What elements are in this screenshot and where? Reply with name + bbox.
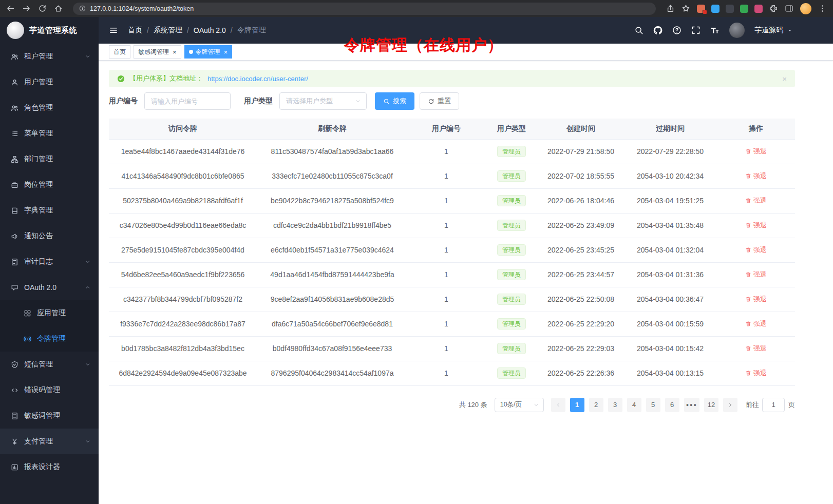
sidebar-item[interactable]: 租户管理 [0,44,99,69]
github-icon[interactable] [653,26,662,35]
page-button[interactable]: 5 [646,398,660,412]
extension-icon-5[interactable] [754,5,763,13]
help-icon[interactable] [672,26,681,35]
alert-close-icon[interactable]: × [782,74,787,83]
sidebar-item[interactable]: 用户管理 [0,69,99,95]
page-button[interactable]: 1 [570,398,584,412]
force-logout-button[interactable]: 强退 [745,245,767,255]
breadcrumb-item[interactable]: OAuth 2.0 [194,26,226,34]
collapse-menu-icon[interactable] [109,26,118,35]
page-size-select[interactable]: 10条/页 [495,398,544,412]
browser-profile-avatar[interactable] [800,3,811,14]
created-at-cell: 2022-06-25 23:49:09 [538,213,623,238]
sidebar-item[interactable]: 短信管理 [0,352,99,377]
page-size-value: 10条/页 [500,400,522,409]
delete-icon [745,247,751,253]
sidebar-item[interactable]: 审计日志 [0,249,99,275]
home-icon[interactable] [54,4,63,13]
user-menu[interactable]: 芋道源码 [754,26,793,35]
bookmark-star-icon[interactable] [681,4,690,13]
access-token-cell: 6d842e2924594de9a09e45e087323abe [109,361,257,385]
extensions-puzzle-icon[interactable] [769,4,778,13]
force-logout-button[interactable]: 强退 [745,295,767,304]
chevron-down-icon [85,361,91,367]
reset-button[interactable]: 重置 [420,92,459,110]
success-check-icon [117,75,125,83]
tab[interactable]: 敏感词管理× [134,45,181,59]
goto-page-input[interactable] [762,398,785,412]
search-icon[interactable] [634,26,643,35]
address-bar[interactable]: 127.0.0.1:1024/system/oauth2/token [73,3,656,15]
reload-icon[interactable] [38,4,47,13]
page-button[interactable]: 2 [589,398,603,412]
page-button[interactable]: 4 [627,398,641,412]
share-icon[interactable] [666,4,675,13]
extension-icon-3[interactable] [726,5,734,13]
prev-page-button[interactable] [551,398,565,412]
page-button[interactable]: 12 [704,398,718,412]
user-type-select[interactable]: 请选择用户类型 [279,92,367,110]
sidebar-item[interactable]: 报表设计器 [0,454,99,480]
extension-icon-2[interactable] [711,5,720,13]
sidebar-item[interactable]: 错误码管理 [0,377,99,403]
tab-close-icon[interactable]: × [224,48,228,56]
sidebar-item[interactable]: 敏感词管理 [0,403,99,429]
next-page-button[interactable] [723,398,737,412]
search-button[interactable]: 搜索 [375,92,414,110]
sidebar-item[interactable]: 部门管理 [0,146,99,172]
submenu-item[interactable]: 应用管理 [0,300,99,326]
user-type-badge: 管理员 [497,269,526,280]
post-icon [11,181,18,189]
force-logout-button[interactable]: 强退 [745,147,767,156]
token-table: 访问令牌刷新令牌用户编号用户类型创建时间过期时间操作 1ea5e44f8bc14… [109,119,795,386]
back-icon[interactable] [6,4,15,13]
force-logout-button[interactable]: 强退 [745,196,767,205]
force-logout-label: 强退 [753,270,767,279]
page-button[interactable]: 6 [665,398,679,412]
force-logout-button[interactable]: 强退 [745,270,767,279]
tab[interactable]: 首页 [109,45,130,59]
role-icon [11,104,18,112]
sidebar-item[interactable]: OAuth 2.0 [0,275,99,300]
sidebar-item-label: 通知公告 [24,231,53,241]
submenu-item[interactable]: 令牌管理 [0,326,99,352]
breadcrumb-item[interactable]: 首页 [128,26,142,35]
sidebar-item[interactable]: 岗位管理 [0,172,99,198]
sidebar-item[interactable]: 菜单管理 [0,121,99,146]
force-logout-button[interactable]: 强退 [745,369,767,378]
user-type-label: 用户类型 [244,96,273,106]
access-token-cell: 502375b8040a469a9b82188afdf6af1f [109,188,257,213]
column-header: 过期时间 [623,119,717,139]
sidebar-item[interactable]: 通知公告 [0,223,99,249]
extension-icon-4[interactable] [740,5,748,13]
extension-icon-1[interactable] [697,5,705,13]
sidebar-item[interactable]: 角色管理 [0,95,99,121]
font-size-icon[interactable] [710,26,720,35]
user-avatar[interactable] [729,23,745,38]
force-logout-button[interactable]: 强退 [745,221,767,230]
user-id-input[interactable] [144,92,231,110]
sensitive-icon [11,412,18,420]
user-id-label: 用户编号 [109,96,138,106]
user-id-cell: 1 [408,213,485,238]
more-pages-button[interactable]: ●●● [684,398,699,412]
site-info-icon[interactable] [79,5,86,12]
tab[interactable]: 令牌管理× [184,45,233,59]
doc-link[interactable]: https://doc.iocoder.cn/user-center/ [207,75,308,83]
sidebar-item[interactable]: 支付管理 [0,429,99,454]
force-logout-button[interactable]: 强退 [745,171,767,181]
fullscreen-icon[interactable] [691,26,701,35]
forward-icon[interactable] [22,4,31,13]
force-logout-button[interactable]: 强退 [745,344,767,353]
refresh-token-cell: 8796295f04064c2983414cc54af1097a [257,361,408,385]
force-logout-button[interactable]: 强退 [745,319,767,328]
page-button[interactable]: 3 [608,398,622,412]
app-logo[interactable]: 芋道管理系统 [0,17,99,44]
browser-menu-dots-icon[interactable] [818,4,827,13]
expires-at-cell: 2054-03-04 01:31:36 [623,262,717,287]
sidebar-item[interactable]: 字典管理 [0,198,99,223]
side-panel-icon[interactable] [785,4,793,13]
tab-close-icon[interactable]: × [173,48,177,56]
created-at-cell: 2022-06-25 22:29:03 [538,336,623,361]
breadcrumb-item[interactable]: 系统管理 [154,26,182,35]
